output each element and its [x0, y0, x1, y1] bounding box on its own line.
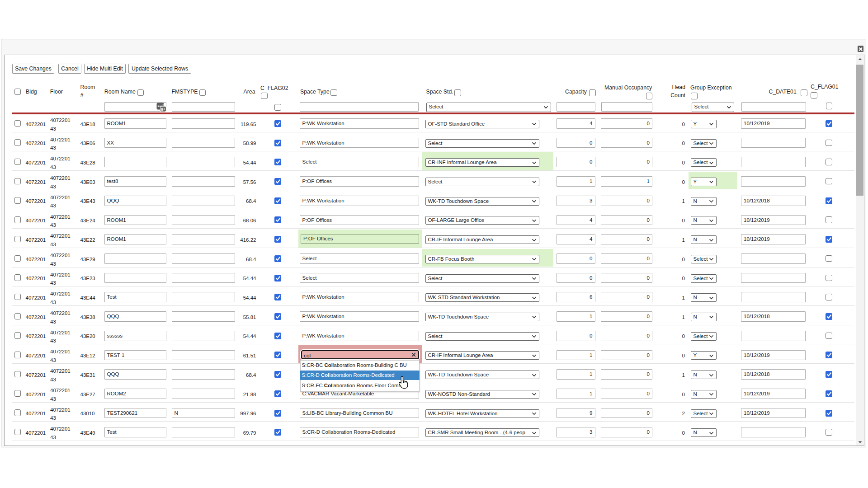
svg-text:9+: 9+: [161, 107, 165, 112]
